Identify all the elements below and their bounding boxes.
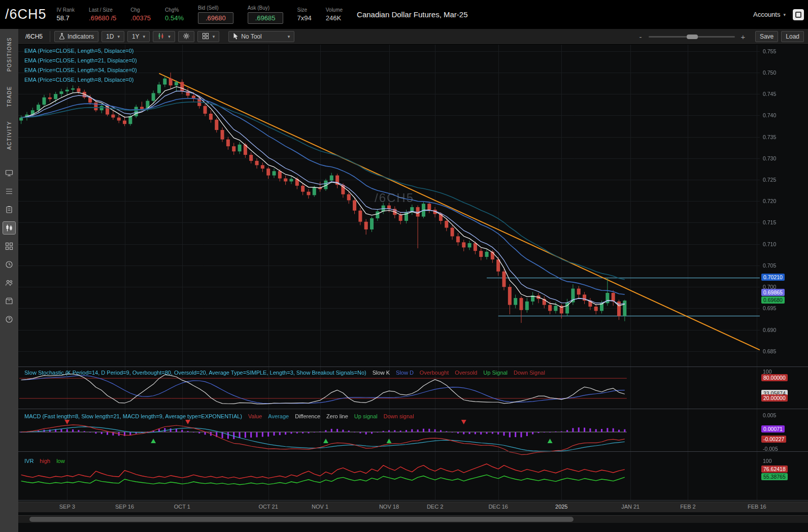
horizontal-scrollbar[interactable] (18, 515, 808, 523)
range-value: 1Y (132, 33, 140, 40)
chevron-down-icon: ▾ (288, 34, 290, 39)
zoom-out-button[interactable]: - (637, 32, 644, 41)
chart-icon[interactable] (3, 222, 15, 234)
chevron-down-icon: ▾ (213, 34, 215, 39)
chart-region: /6CH5 EMA (Price=CLOSE, Length=5, Displa… (18, 45, 808, 502)
quote-field-chg-pct: Chg%0.54% (165, 7, 184, 22)
volume-label: Volume (326, 7, 343, 13)
chg-pct-label: Chg% (165, 7, 179, 13)
candlestick-style-icon (157, 32, 164, 41)
save-button[interactable]: Save (755, 31, 778, 42)
sidebar-tab-trade[interactable]: TRADE (7, 86, 12, 107)
price-chart-canvas[interactable] (18, 45, 808, 502)
zoom-control: - + (637, 32, 746, 41)
bid-label: Bid (Sell) (198, 5, 219, 11)
tool-value: No Tool (241, 33, 261, 40)
accounts-dropdown[interactable]: Accounts ▾ (753, 11, 786, 18)
zoom-in-button[interactable]: + (740, 32, 746, 41)
ask-label: Ask (Buy) (248, 5, 270, 11)
accounts-label: Accounts (753, 11, 780, 18)
scrollbar-handle[interactable] (29, 517, 574, 522)
chart-style-dropdown[interactable]: ▾ (153, 31, 175, 42)
history-icon[interactable] (3, 258, 15, 271)
main-area: /6CH5 Indicators 1D ▾ 1Y ▾ ▾ ▾ (18, 29, 808, 532)
size-value: 7x94 (297, 14, 312, 22)
settings-button[interactable] (178, 31, 194, 42)
time-label: DEC 2 (419, 504, 451, 510)
layout-grid-dropdown[interactable]: ▾ (197, 31, 220, 42)
cursor-icon (233, 32, 239, 41)
sidebar: POSITIONSTRADEACTIVITY (0, 29, 18, 532)
time-axis: SEP 3SEP 16OCT 1OCT 21NOV 1NOV 18DEC 2DE… (18, 502, 808, 512)
time-label: 2025 (545, 504, 578, 510)
instrument-description: Canadian Dollar Futures, Mar-25 (357, 10, 467, 19)
indicators-label: Indicators (68, 33, 94, 40)
quote-header: /6CH5 IV Rank58.7Last / Size.69680 /5Chg… (0, 0, 808, 29)
quote-field-iv-rank: IV Rank58.7 (57, 7, 75, 22)
iv-rank-label: IV Rank (57, 7, 75, 13)
chevron-down-icon: ▾ (143, 34, 146, 39)
time-label: OCT 1 (166, 504, 198, 510)
chevron-down-icon: ▾ (117, 34, 120, 39)
quote-field-last-size: Last / Size.69680 /5 (89, 7, 116, 22)
time-label: FEB 2 (671, 504, 704, 510)
load-button[interactable]: Load (781, 31, 804, 42)
corner-widget-button[interactable] (793, 9, 804, 20)
sidebar-tab-activity[interactable]: ACTIVITY (7, 121, 12, 150)
header-right: Accounts ▾ (753, 9, 804, 20)
monitor-icon[interactable] (3, 167, 15, 179)
quote-field-size: Size7x94 (297, 7, 312, 22)
ask-value: .69685 (248, 12, 283, 24)
time-label: FEB 16 (740, 504, 773, 510)
drawing-tool-dropdown[interactable]: No Tool ▾ (228, 31, 294, 42)
time-label: JAN 21 (614, 504, 647, 510)
time-label: DEC 16 (482, 504, 515, 510)
quote-field-bid[interactable]: Bid (Sell).69680 (198, 5, 233, 24)
zoom-slider[interactable] (649, 36, 735, 38)
sidebar-icons (3, 167, 15, 325)
quote-field-volume: Volume246K (326, 7, 343, 22)
community-icon[interactable] (3, 277, 15, 289)
size-label: Size (297, 7, 307, 13)
timeframe-dropdown[interactable]: 1D ▾ (102, 31, 124, 42)
chg-label: Chg (130, 7, 140, 13)
iv-rank-value: 58.7 (57, 14, 70, 22)
orders-icon[interactable] (3, 204, 15, 216)
grid-layout-icon[interactable] (3, 240, 15, 252)
time-label: SEP 16 (109, 504, 141, 510)
chart-symbol-tab[interactable]: /6CH5 (22, 31, 50, 42)
flask-icon (59, 32, 65, 41)
bid-value: .69680 (198, 12, 233, 24)
indicators-button[interactable]: Indicators (54, 31, 98, 42)
quote-field-ask[interactable]: Ask (Buy).69685 (248, 5, 283, 24)
chg-value: .00375 (130, 14, 151, 22)
products-icon[interactable] (3, 295, 15, 307)
time-label: NOV 18 (373, 504, 406, 510)
time-label: SEP 3 (51, 504, 83, 510)
chevron-down-icon: ▾ (168, 34, 171, 39)
help-icon[interactable] (3, 313, 15, 325)
chart-toolbar: /6CH5 Indicators 1D ▾ 1Y ▾ ▾ ▾ (18, 29, 808, 45)
grid-icon (202, 32, 209, 41)
quote-fields: IV Rank58.7Last / Size.69680 /5Chg.00375… (57, 5, 343, 24)
time-label: NOV 1 (304, 504, 336, 510)
last-size-label: Last / Size (89, 7, 113, 13)
last-size-value: .69680 /5 (89, 14, 116, 22)
sidebar-tab-positions[interactable]: POSITIONS (7, 37, 12, 72)
zoom-slider-handle[interactable] (687, 35, 698, 39)
trading-platform: /6CH5 IV Rank58.7Last / Size.69680 /5Chg… (0, 0, 808, 532)
gear-icon (183, 32, 190, 41)
range-dropdown[interactable]: 1Y ▾ (127, 31, 150, 42)
chg-pct-value: 0.54% (165, 14, 184, 22)
time-label: OCT 21 (252, 504, 285, 510)
chevron-down-icon: ▾ (783, 12, 786, 17)
timeframe-value: 1D (106, 33, 114, 40)
watchlist-icon[interactable] (3, 185, 15, 197)
quote-field-chg: Chg.00375 (130, 7, 151, 22)
volume-value: 246K (326, 14, 341, 22)
symbol-title: /6CH5 (5, 7, 47, 22)
